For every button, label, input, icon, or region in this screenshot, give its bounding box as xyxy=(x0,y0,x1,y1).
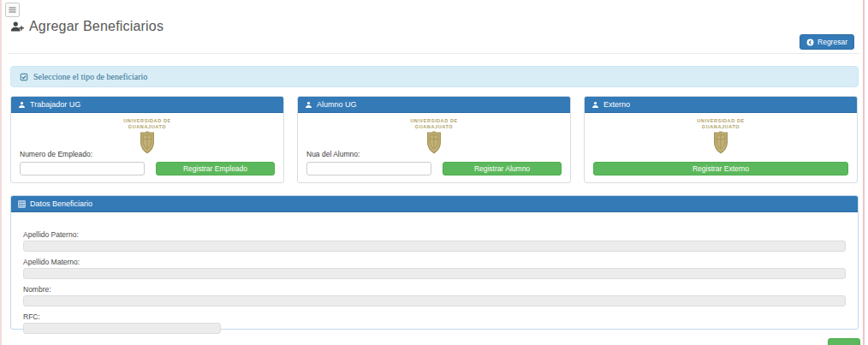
datos-panel-body: Apellido Paterno: Apellido Materno: Nomb… xyxy=(11,212,858,334)
apellido-materno-input[interactable] xyxy=(23,268,846,279)
ug-crest-icon xyxy=(710,131,731,155)
panel-alumno-heading: Alumno UG xyxy=(298,97,570,113)
page-right-edge xyxy=(863,0,865,345)
user-plus-icon xyxy=(10,21,24,33)
datos-beneficiario-panel: Datos Beneficiario Apellido Paterno: Ape… xyxy=(10,195,859,330)
page-title: Agregar Beneficiarios xyxy=(10,19,163,34)
field-rfc: RFC: xyxy=(23,312,846,334)
apellido-paterno-input[interactable] xyxy=(23,241,846,252)
ug-crest-icon xyxy=(424,131,444,155)
ug-logo-line2: GUANAJUATO xyxy=(585,124,857,130)
panel-trabajador-ug: Trabajador UG UNIVERSIDAD DE GUANAJUATO … xyxy=(10,96,284,183)
back-button[interactable]: Regresar xyxy=(800,34,854,50)
apellido-materno-label: Apellido Materno: xyxy=(23,258,846,266)
ug-logo-line1: UNIVERSIDAD DE xyxy=(585,118,857,124)
select-type-alert: Seleccione el tipo de beneficiario xyxy=(10,66,859,87)
bottom-action-button[interactable] xyxy=(828,338,860,345)
field-apellido-paterno: Apellido Paterno: xyxy=(23,230,846,252)
hamburger-menu-icon xyxy=(7,4,18,15)
person-icon xyxy=(305,101,312,109)
numero-empleado-input[interactable] xyxy=(20,162,145,175)
header-divider xyxy=(9,53,859,54)
externo-controls: Registrar Externo xyxy=(593,162,848,175)
panel-externo-title: Externo xyxy=(603,100,630,109)
ug-logo-line1: UNIVERSIDAD DE xyxy=(298,118,570,124)
check-square-icon xyxy=(20,73,28,81)
ug-logo-text: UNIVERSIDAD DE GUANAJUATO xyxy=(298,118,570,131)
registrar-empleado-button[interactable]: Registrar Empleado xyxy=(156,162,275,175)
panel-alumno-title: Alumno UG xyxy=(317,100,357,109)
table-grid-icon xyxy=(18,200,26,208)
person-icon xyxy=(592,101,599,109)
page: { "header": { "title": "Agregar Benefici… xyxy=(0,0,868,345)
datos-panel-title: Datos Beneficiario xyxy=(30,199,92,208)
nua-alumno-label: Nua del Alumno: xyxy=(306,150,360,158)
rfc-input[interactable] xyxy=(23,323,221,334)
back-circle-icon xyxy=(806,39,814,46)
ug-logo: UNIVERSIDAD DE GUANAJUATO xyxy=(585,118,857,158)
panel-externo: Externo UNIVERSIDAD DE GUANAJUATO Regist… xyxy=(584,96,858,183)
ug-logo-text: UNIVERSIDAD DE GUANAJUATO xyxy=(585,118,857,131)
ug-logo-line1: UNIVERSIDAD DE xyxy=(11,118,283,124)
field-apellido-materno: Apellido Materno: xyxy=(23,258,846,279)
sidebar-toggle-button[interactable] xyxy=(5,3,20,17)
ug-logo-line2: GUANAJUATO xyxy=(298,124,570,130)
beneficiary-type-panels: Trabajador UG UNIVERSIDAD DE GUANAJUATO … xyxy=(10,96,858,183)
nombre-input[interactable] xyxy=(23,295,846,306)
nombre-label: Nombre: xyxy=(23,285,846,294)
alert-message: Seleccione el tipo de beneficiario xyxy=(33,72,147,81)
ug-crest-icon xyxy=(137,131,158,155)
panel-externo-heading: Externo xyxy=(585,97,857,113)
registrar-externo-button[interactable]: Registrar Externo xyxy=(593,162,848,175)
panel-alumno-body: UNIVERSIDAD DE GUANAJUATO Nua del Alumno… xyxy=(298,113,570,182)
numero-empleado-label: Numero de Empleado: xyxy=(20,150,92,158)
datos-panel-heading: Datos Beneficiario xyxy=(11,196,858,212)
person-icon xyxy=(18,101,26,109)
panel-trabajador-title: Trabajador UG xyxy=(30,100,80,109)
back-button-label: Regresar xyxy=(817,38,847,46)
field-nombre: Nombre: xyxy=(23,285,846,306)
panel-externo-body: UNIVERSIDAD DE GUANAJUATO Registrar Exte… xyxy=(585,113,857,182)
apellido-paterno-label: Apellido Paterno: xyxy=(23,230,846,239)
rfc-label: RFC: xyxy=(23,312,846,321)
nua-alumno-input[interactable] xyxy=(306,162,431,175)
panel-alumno-ug: Alumno UG UNIVERSIDAD DE GUANAJUATO Nua … xyxy=(297,96,571,183)
registrar-alumno-button[interactable]: Registrar Alumno xyxy=(443,162,562,175)
ug-logo-text: UNIVERSIDAD DE GUANAJUATO xyxy=(11,118,283,131)
ug-logo-line2: GUANAJUATO xyxy=(11,124,283,130)
page-left-edge xyxy=(0,0,2,345)
trabajador-controls: Registrar Empleado xyxy=(20,162,275,175)
alumno-controls: Registrar Alumno xyxy=(306,162,562,175)
panel-trabajador-body: UNIVERSIDAD DE GUANAJUATO Numero de Empl… xyxy=(11,113,283,182)
page-title-label: Agregar Beneficiarios xyxy=(29,19,163,34)
panel-trabajador-heading: Trabajador UG xyxy=(11,97,283,113)
